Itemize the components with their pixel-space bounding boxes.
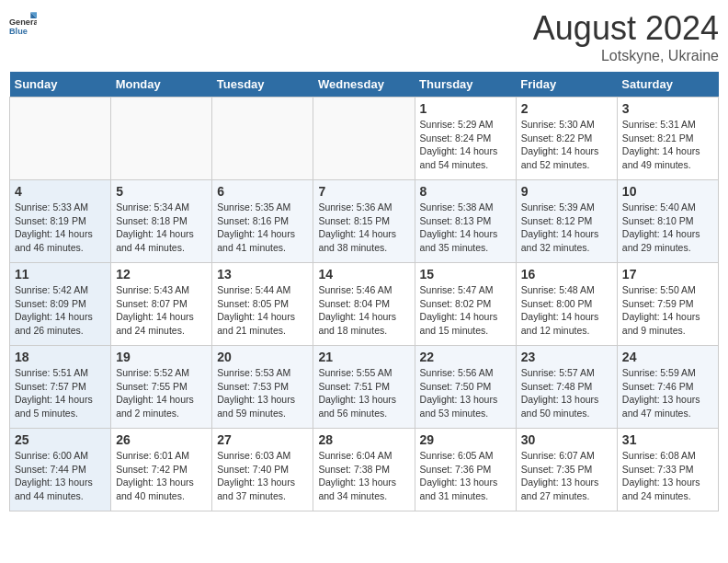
- day-number: 9: [521, 184, 612, 199]
- day-cell-21: 21Sunrise: 5:55 AM Sunset: 7:51 PM Dayli…: [313, 346, 415, 429]
- main-title: August 2024: [533, 9, 719, 48]
- day-number: 13: [217, 267, 308, 282]
- day-cell-8: 8Sunrise: 5:38 AM Sunset: 8:13 PM Daylig…: [415, 180, 516, 263]
- day-number: 15: [420, 267, 511, 282]
- calendar-table: SundayMondayTuesdayWednesdayThursdayFrid…: [9, 72, 719, 511]
- day-info: Sunrise: 5:51 AM Sunset: 7:57 PM Dayligh…: [15, 366, 106, 420]
- day-number: 21: [318, 350, 409, 364]
- col-header-sunday: Sunday: [10, 72, 111, 98]
- day-cell-20: 20Sunrise: 5:53 AM Sunset: 7:53 PM Dayli…: [212, 346, 313, 429]
- day-number: 19: [116, 350, 207, 364]
- day-info: Sunrise: 6:00 AM Sunset: 7:44 PM Dayligh…: [15, 449, 106, 503]
- svg-text:General: General: [9, 17, 37, 27]
- day-number: 6: [217, 184, 308, 199]
- title-block: August 2024 Lotskyne, Ukraine: [533, 9, 719, 64]
- day-info: Sunrise: 6:05 AM Sunset: 7:36 PM Dayligh…: [420, 449, 511, 503]
- day-info: Sunrise: 5:39 AM Sunset: 8:12 PM Dayligh…: [521, 201, 612, 255]
- day-number: 24: [622, 350, 713, 364]
- day-number: 1: [420, 101, 511, 116]
- day-info: Sunrise: 5:57 AM Sunset: 7:48 PM Dayligh…: [521, 366, 612, 420]
- day-number: 12: [116, 267, 207, 282]
- week-row-2: 4Sunrise: 5:33 AM Sunset: 8:19 PM Daylig…: [10, 180, 719, 263]
- day-number: 28: [318, 432, 409, 447]
- day-info: Sunrise: 5:36 AM Sunset: 8:15 PM Dayligh…: [318, 201, 409, 255]
- day-info: Sunrise: 6:01 AM Sunset: 7:42 PM Dayligh…: [116, 449, 207, 503]
- day-cell-5: 5Sunrise: 5:34 AM Sunset: 8:18 PM Daylig…: [111, 180, 212, 263]
- day-info: Sunrise: 6:08 AM Sunset: 7:33 PM Dayligh…: [622, 449, 713, 503]
- day-number: 18: [15, 350, 106, 364]
- empty-cell: [212, 98, 313, 180]
- day-cell-26: 26Sunrise: 6:01 AM Sunset: 7:42 PM Dayli…: [111, 429, 212, 511]
- day-info: Sunrise: 6:04 AM Sunset: 7:38 PM Dayligh…: [318, 449, 409, 503]
- day-info: Sunrise: 5:50 AM Sunset: 7:59 PM Dayligh…: [622, 283, 713, 338]
- day-info: Sunrise: 5:34 AM Sunset: 8:18 PM Dayligh…: [116, 201, 207, 255]
- day-cell-18: 18Sunrise: 5:51 AM Sunset: 7:57 PM Dayli…: [10, 346, 111, 429]
- day-number: 4: [15, 184, 106, 199]
- day-info: Sunrise: 5:29 AM Sunset: 8:24 PM Dayligh…: [420, 118, 511, 172]
- day-number: 3: [622, 101, 713, 116]
- day-number: 14: [318, 267, 409, 282]
- svg-text:Blue: Blue: [9, 27, 28, 36]
- day-info: Sunrise: 5:31 AM Sunset: 8:21 PM Dayligh…: [622, 118, 713, 172]
- day-number: 23: [521, 350, 612, 364]
- day-info: Sunrise: 5:42 AM Sunset: 8:09 PM Dayligh…: [15, 283, 106, 338]
- day-number: 17: [622, 267, 713, 282]
- day-number: 2: [521, 101, 612, 116]
- day-cell-4: 4Sunrise: 5:33 AM Sunset: 8:19 PM Daylig…: [10, 180, 111, 263]
- day-cell-6: 6Sunrise: 5:35 AM Sunset: 8:16 PM Daylig…: [212, 180, 313, 263]
- day-info: Sunrise: 5:40 AM Sunset: 8:10 PM Dayligh…: [622, 201, 713, 255]
- day-number: 22: [420, 350, 511, 364]
- day-info: Sunrise: 5:35 AM Sunset: 8:16 PM Dayligh…: [217, 201, 308, 255]
- day-number: 7: [318, 184, 409, 199]
- day-number: 27: [217, 432, 308, 447]
- day-info: Sunrise: 5:55 AM Sunset: 7:51 PM Dayligh…: [318, 366, 409, 420]
- week-row-3: 11Sunrise: 5:42 AM Sunset: 8:09 PM Dayli…: [10, 263, 719, 346]
- day-cell-7: 7Sunrise: 5:36 AM Sunset: 8:15 PM Daylig…: [313, 180, 415, 263]
- week-row-1: 1Sunrise: 5:29 AM Sunset: 8:24 PM Daylig…: [10, 98, 719, 180]
- day-cell-23: 23Sunrise: 5:57 AM Sunset: 7:48 PM Dayli…: [516, 346, 617, 429]
- day-cell-30: 30Sunrise: 6:07 AM Sunset: 7:35 PM Dayli…: [516, 429, 617, 511]
- day-info: Sunrise: 6:03 AM Sunset: 7:40 PM Dayligh…: [217, 449, 308, 503]
- day-number: 16: [521, 267, 612, 282]
- day-cell-13: 13Sunrise: 5:44 AM Sunset: 8:05 PM Dayli…: [212, 263, 313, 346]
- day-number: 11: [15, 267, 106, 282]
- day-cell-25: 25Sunrise: 6:00 AM Sunset: 7:44 PM Dayli…: [10, 429, 111, 511]
- day-cell-11: 11Sunrise: 5:42 AM Sunset: 8:09 PM Dayli…: [10, 263, 111, 346]
- day-number: 25: [15, 432, 106, 447]
- empty-cell: [10, 98, 111, 180]
- day-number: 31: [622, 432, 713, 447]
- day-info: Sunrise: 5:46 AM Sunset: 8:04 PM Dayligh…: [318, 283, 409, 338]
- subtitle: Lotskyne, Ukraine: [533, 48, 719, 64]
- day-info: Sunrise: 5:48 AM Sunset: 8:00 PM Dayligh…: [521, 283, 612, 338]
- empty-cell: [313, 98, 415, 180]
- day-info: Sunrise: 5:53 AM Sunset: 7:53 PM Dayligh…: [217, 366, 308, 420]
- day-cell-17: 17Sunrise: 5:50 AM Sunset: 7:59 PM Dayli…: [617, 263, 718, 346]
- col-header-wednesday: Wednesday: [313, 72, 415, 98]
- day-info: Sunrise: 5:52 AM Sunset: 7:55 PM Dayligh…: [116, 366, 207, 420]
- day-cell-9: 9Sunrise: 5:39 AM Sunset: 8:12 PM Daylig…: [516, 180, 617, 263]
- col-header-friday: Friday: [516, 72, 617, 98]
- day-number: 20: [217, 350, 308, 364]
- col-header-tuesday: Tuesday: [212, 72, 313, 98]
- col-header-saturday: Saturday: [617, 72, 718, 98]
- day-info: Sunrise: 5:59 AM Sunset: 7:46 PM Dayligh…: [622, 366, 713, 420]
- day-cell-3: 3Sunrise: 5:31 AM Sunset: 8:21 PM Daylig…: [617, 98, 718, 180]
- day-info: Sunrise: 5:30 AM Sunset: 8:22 PM Dayligh…: [521, 118, 612, 172]
- day-cell-19: 19Sunrise: 5:52 AM Sunset: 7:55 PM Dayli…: [111, 346, 212, 429]
- day-cell-31: 31Sunrise: 6:08 AM Sunset: 7:33 PM Dayli…: [617, 429, 718, 511]
- day-cell-22: 22Sunrise: 5:56 AM Sunset: 7:50 PM Dayli…: [415, 346, 516, 429]
- day-number: 26: [116, 432, 207, 447]
- day-cell-12: 12Sunrise: 5:43 AM Sunset: 8:07 PM Dayli…: [111, 263, 212, 346]
- day-info: Sunrise: 5:44 AM Sunset: 8:05 PM Dayligh…: [217, 283, 308, 338]
- col-header-thursday: Thursday: [415, 72, 516, 98]
- day-cell-15: 15Sunrise: 5:47 AM Sunset: 8:02 PM Dayli…: [415, 263, 516, 346]
- day-number: 5: [116, 184, 207, 199]
- day-cell-10: 10Sunrise: 5:40 AM Sunset: 8:10 PM Dayli…: [617, 180, 718, 263]
- day-cell-27: 27Sunrise: 6:03 AM Sunset: 7:40 PM Dayli…: [212, 429, 313, 511]
- day-info: Sunrise: 5:43 AM Sunset: 8:07 PM Dayligh…: [116, 283, 207, 338]
- logo: General Blue: [9, 9, 37, 37]
- week-row-4: 18Sunrise: 5:51 AM Sunset: 7:57 PM Dayli…: [10, 346, 719, 429]
- day-info: Sunrise: 5:38 AM Sunset: 8:13 PM Dayligh…: [420, 201, 511, 255]
- week-row-5: 25Sunrise: 6:00 AM Sunset: 7:44 PM Dayli…: [10, 429, 719, 511]
- day-cell-28: 28Sunrise: 6:04 AM Sunset: 7:38 PM Dayli…: [313, 429, 415, 511]
